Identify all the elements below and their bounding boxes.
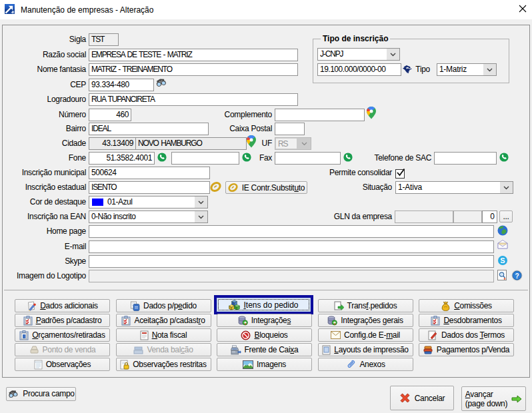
svg-text:?: ? (515, 272, 519, 280)
svg-text:S: S (500, 256, 505, 264)
